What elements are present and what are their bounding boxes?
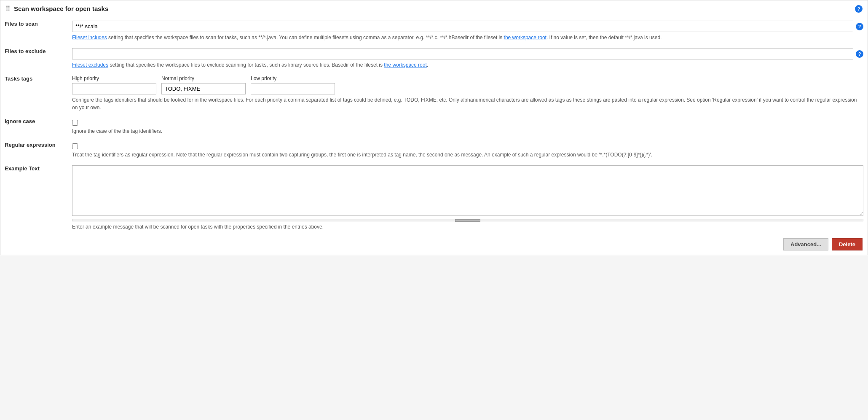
example-text-cell: Enter an example message that will be sc…: [68, 162, 868, 234]
normal-priority-group: Normal priority: [161, 75, 246, 94]
normal-priority-label: Normal priority: [161, 75, 246, 81]
example-text-label: Example Text: [0, 162, 68, 234]
tasks-tags-label: Tasks tags: [0, 72, 68, 115]
advanced-button[interactable]: Advanced...: [783, 238, 828, 250]
files-to-scan-input-row: ?: [72, 21, 863, 32]
files-to-exclude-input-row: ?: [72, 48, 863, 59]
regular-expression-label: Regular expression: [0, 138, 68, 162]
files-to-exclude-cell: ? Fileset excludes setting that specifie…: [68, 45, 868, 72]
files-to-scan-input[interactable]: [72, 21, 853, 32]
regular-expression-cell: Treat the tag identifiers as regular exp…: [68, 138, 868, 162]
panel-header: ⠿ Scan workspace for open tasks ?: [0, 0, 868, 17]
high-priority-group: High priority: [72, 75, 156, 94]
regular-expression-row: Regular expression Treat the tag identif…: [0, 138, 868, 162]
files-to-exclude-label: Files to exclude: [0, 45, 68, 72]
page-title: Scan workspace for open tasks: [14, 5, 855, 12]
files-to-exclude-help-icon[interactable]: ?: [856, 50, 863, 58]
ignore-case-label: Ignore case: [0, 115, 68, 138]
tasks-tags-row: Tasks tags High priority Normal priority…: [0, 72, 868, 115]
workspace-root-link-2[interactable]: the workspace root: [384, 62, 426, 68]
low-priority-label: Low priority: [251, 75, 335, 81]
ignore-case-row: Ignore case Ignore the case of the the t…: [0, 115, 868, 138]
example-text-textarea[interactable]: [72, 165, 863, 216]
fileset-includes-link[interactable]: Fileset includes: [72, 35, 107, 40]
regular-expression-checkbox[interactable]: [72, 143, 78, 149]
ignore-case-checkbox[interactable]: [72, 120, 78, 126]
files-to-scan-label: Files to scan: [0, 17, 68, 45]
normal-priority-input[interactable]: [161, 83, 246, 94]
files-to-scan-row: Files to scan ? Fileset includes setting…: [0, 17, 868, 45]
files-to-scan-help-icon[interactable]: ?: [856, 23, 863, 30]
files-to-exclude-row: Files to exclude ? Fileset excludes sett…: [0, 45, 868, 72]
panel-help-icon[interactable]: ?: [855, 5, 863, 13]
high-priority-input[interactable]: [72, 83, 156, 94]
files-to-scan-description: Fileset includes setting that specifies …: [72, 34, 863, 41]
regular-expression-description: Treat the tag identifiers as regular exp…: [72, 151, 863, 159]
example-text-row: Example Text Enter an example message th…: [0, 162, 868, 234]
fileset-excludes-link[interactable]: Fileset excludes: [72, 62, 108, 68]
textarea-scrollbar: [72, 219, 863, 221]
drag-handle-icon[interactable]: ⠿: [5, 5, 11, 13]
scrollbar-thumb: [455, 219, 480, 222]
regular-expression-checkbox-row: [72, 142, 863, 149]
low-priority-input[interactable]: [251, 83, 335, 94]
example-text-description: Enter an example message that will be sc…: [72, 223, 863, 231]
scan-workspace-panel: ⠿ Scan workspace for open tasks ? Files …: [0, 0, 868, 255]
buttons-row: Advanced... Delete: [0, 234, 868, 255]
tasks-tags-cell: High priority Normal priority Low priori…: [68, 72, 868, 115]
workspace-root-link-1[interactable]: the workspace root: [504, 35, 547, 40]
low-priority-group: Low priority: [251, 75, 335, 94]
form-table: Files to scan ? Fileset includes setting…: [0, 17, 868, 234]
files-to-exclude-description: Fileset excludes setting that specifies …: [72, 61, 863, 69]
high-priority-label: High priority: [72, 75, 156, 81]
ignore-case-cell: Ignore the case of the the tag identifie…: [68, 115, 868, 138]
files-to-exclude-input[interactable]: [72, 48, 853, 59]
tags-container: High priority Normal priority Low priori…: [72, 75, 863, 94]
files-to-scan-cell: ? Fileset includes setting that specifie…: [68, 17, 868, 45]
ignore-case-checkbox-row: [72, 118, 863, 126]
ignore-case-description: Ignore the case of the the tag identifie…: [72, 127, 863, 135]
delete-button[interactable]: Delete: [832, 238, 863, 250]
tasks-tags-description: Configure the tags identifiers that shou…: [72, 96, 863, 111]
